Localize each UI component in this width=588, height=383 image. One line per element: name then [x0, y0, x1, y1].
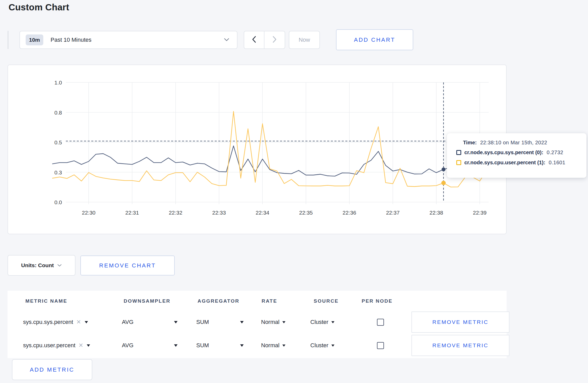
column-header-per-node: PER NODE [361, 298, 411, 304]
metric-dropdown-caret-icon[interactable] [87, 344, 90, 347]
tooltip-entries: cr.node.sys.cpu.sys.percent (0):0.2732cr… [456, 150, 580, 166]
chevron-down-icon [331, 344, 334, 346]
y-axis-tick-label: 0.0 [54, 199, 62, 205]
remove-metric-button[interactable]: REMOVE METRIC [411, 311, 509, 333]
metrics-table-rows: sys.cpu.sys.percent✕AVGSUMNormalClusterR… [8, 311, 507, 356]
chevron-down-icon [57, 263, 62, 268]
x-axis-tick-label: 22:33 [212, 210, 226, 216]
add-chart-button[interactable]: ADD CHART [336, 29, 413, 50]
x-axis-tick-label: 22:31 [125, 210, 139, 216]
chevron-down-icon [240, 344, 244, 346]
next-time-button[interactable] [264, 31, 285, 48]
timeseries-chart[interactable]: 0.00.30.50.81.022:3022:3122:3222:3322:34… [8, 65, 507, 235]
remove-metric-button[interactable]: REMOVE METRIC [411, 335, 509, 356]
chevron-down-icon [282, 321, 285, 323]
units-label: Units: Count [21, 262, 54, 268]
tooltip-series-value: 0.2732 [547, 150, 563, 155]
column-header-metric-name: METRIC NAME [20, 298, 122, 304]
x-axis-tick-label: 22:34 [256, 210, 269, 216]
clear-metric-icon[interactable]: ✕ [79, 342, 83, 349]
series-line-1 [52, 111, 487, 187]
rate-select-value: Normal [261, 342, 279, 349]
y-axis-tick-label: 1.0 [54, 80, 62, 86]
source-select-value: Cluster [310, 342, 328, 349]
units-select[interactable]: Units: Count [8, 255, 75, 276]
page-title: Custom Chart [9, 2, 69, 12]
chevron-down-icon [174, 321, 178, 323]
column-header-rate: RATE [260, 298, 310, 304]
aggregator-select[interactable]: SUM [195, 342, 244, 349]
toolbar-divider [8, 31, 8, 49]
rate-select-value: Normal [261, 319, 279, 325]
rate-select[interactable]: Normal [260, 319, 286, 325]
series-legend-swatch-icon [456, 150, 461, 155]
per-node-checkbox[interactable] [377, 342, 384, 349]
x-axis-tick-label: 22:37 [386, 210, 400, 216]
chevron-left-icon [252, 36, 256, 44]
clear-metric-icon[interactable]: ✕ [76, 319, 81, 325]
tooltip-series-row: cr.node.sys.cpu.user.percent (1):0.1601 [456, 160, 580, 166]
tooltip-series-row: cr.node.sys.cpu.sys.percent (0):0.2732 [456, 150, 580, 155]
metric-name-text: sys.cpu.user.percent [23, 342, 75, 349]
x-axis-tick-label: 22:39 [473, 210, 487, 216]
metric-name-cell[interactable]: sys.cpu.user.percent✕ [20, 342, 122, 349]
per-node-checkbox[interactable] [377, 319, 384, 326]
column-header-aggregator: AGGREGATOR [195, 298, 260, 304]
chevron-down-icon [282, 344, 285, 346]
chart-tooltip: Time: 22:38:10 on Mar 15th, 2022 cr.node… [447, 133, 586, 178]
custom-chart-page: Custom Chart 10m Past 10 Minutes Now ADD… [0, 0, 588, 383]
tooltip-series-value: 0.1601 [549, 160, 565, 166]
series-line-0 [52, 146, 487, 176]
x-axis-tick-label: 22:36 [342, 210, 356, 216]
metrics-table: METRIC NAMEDOWNSAMPLERAGGREGATORRATESOUR… [8, 291, 507, 358]
time-window-badge: 10m [26, 34, 43, 45]
metric-name-text: sys.cpu.sys.percent [23, 319, 73, 325]
time-window-select[interactable]: 10m Past 10 Minutes [19, 31, 237, 49]
chevron-down-icon [240, 321, 244, 323]
previous-time-button[interactable] [244, 31, 264, 48]
tooltip-time-value: 22:38:10 on Mar 15th, 2022 [480, 140, 547, 146]
metric-row: sys.cpu.sys.percent✕AVGSUMNormalClusterR… [8, 311, 507, 333]
x-axis-tick-label: 22:38 [430, 210, 443, 216]
chevron-down-icon [174, 344, 178, 346]
y-axis-tick-label: 0.5 [54, 139, 62, 145]
column-header-downsampler: DOWNSAMPLER [122, 298, 195, 304]
chevron-down-icon [331, 321, 334, 323]
chevron-right-icon [272, 36, 277, 44]
crosshair-dot-user [441, 181, 446, 185]
tooltip-series-label: cr.node.sys.cpu.user.percent (1): [464, 160, 545, 166]
metric-row: sys.cpu.user.percent✕AVGSUMNormalCluster… [8, 335, 507, 356]
downsampler-select-value: AVG [122, 342, 134, 349]
x-axis-tick-label: 22:35 [299, 210, 313, 216]
aggregator-select[interactable]: SUM [195, 319, 244, 325]
rate-select[interactable]: Normal [260, 342, 286, 349]
y-axis-tick-label: 0.3 [54, 169, 62, 175]
metric-name-cell[interactable]: sys.cpu.sys.percent✕ [20, 319, 122, 325]
aggregator-select-value: SUM [196, 342, 209, 349]
remove-chart-button[interactable]: REMOVE CHART [80, 256, 175, 275]
chevron-down-icon [224, 38, 229, 42]
downsampler-select[interactable]: AVG [122, 342, 178, 349]
source-select-value: Cluster [310, 319, 328, 325]
chart-card: 0.00.30.50.81.022:3022:3122:3222:3322:34… [8, 65, 507, 234]
x-axis-tick-label: 22:32 [169, 210, 183, 216]
source-select[interactable]: Cluster [310, 319, 335, 325]
add-metric-button[interactable]: ADD METRIC [12, 359, 92, 380]
time-window-label: Past 10 Minutes [51, 37, 92, 43]
column-header-source: SOURCE [310, 298, 361, 304]
x-axis-tick-label: 22:30 [82, 210, 96, 216]
tooltip-time-row: Time: 22:38:10 on Mar 15th, 2022 [463, 140, 580, 146]
tooltip-time-label: Time: [463, 140, 477, 146]
metrics-table-header: METRIC NAMEDOWNSAMPLERAGGREGATORRATESOUR… [8, 291, 507, 311]
metric-dropdown-caret-icon[interactable] [85, 321, 88, 323]
tooltip-series-label: cr.node.sys.cpu.sys.percent (0): [464, 150, 543, 155]
y-axis-tick-label: 0.8 [54, 110, 62, 116]
aggregator-select-value: SUM [196, 319, 209, 325]
source-select[interactable]: Cluster [310, 342, 335, 349]
downsampler-select-value: AVG [122, 319, 134, 325]
downsampler-select[interactable]: AVG [122, 319, 178, 325]
time-pager [244, 31, 285, 49]
crosshair-dot-sys [442, 167, 445, 171]
series-legend-swatch-icon [456, 160, 461, 165]
now-button[interactable]: Now [289, 31, 320, 49]
